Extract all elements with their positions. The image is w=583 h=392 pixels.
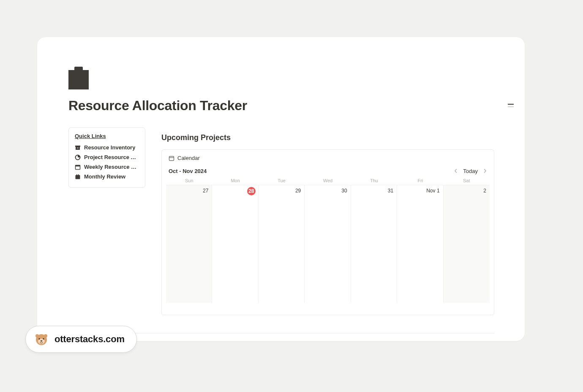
calendar-day-cell[interactable]: 30 — [305, 185, 351, 303]
quick-links-panel: Quick Links Resource Inventory Project R… — [68, 127, 145, 188]
calendar-day-cell[interactable]: 28 — [212, 185, 258, 303]
weekday-label: Fri — [397, 178, 443, 185]
quick-links-heading: Quick Links — [75, 133, 139, 139]
day-number: 27 — [203, 188, 208, 194]
brand-text: otterstacks.com — [54, 334, 125, 345]
app-card: Resource Allocation Tracker Quick Links … — [37, 37, 525, 341]
calendar-tab-label: Calendar — [177, 155, 200, 161]
weekday-label: Mon — [212, 178, 258, 185]
header-area: Resource Allocation Tracker — [68, 67, 247, 114]
weekday-label: Thu — [351, 178, 397, 185]
calendar-today-button[interactable]: Today — [463, 168, 478, 174]
calendar-clip-icon — [75, 174, 81, 180]
quick-link-weekly-resource-planning[interactable]: Weekly Resource Plan... — [75, 162, 139, 172]
weekday-label: Sat — [444, 178, 490, 185]
svg-point-17 — [41, 340, 43, 341]
calendar-prev-button[interactable] — [452, 167, 460, 175]
svg-point-15 — [38, 338, 40, 339]
weekday-label: Sun — [166, 178, 212, 185]
quick-link-label: Weekly Resource Plan... — [84, 164, 139, 170]
quick-link-label: Monthly Review — [84, 173, 125, 180]
calendar-icon — [75, 164, 81, 170]
quick-link-project-resource-allocation[interactable]: Project Resource Alloc... — [75, 152, 139, 162]
clipboard-icon — [68, 67, 89, 89]
upcoming-projects-heading: Upcoming Projects — [161, 133, 231, 142]
svg-rect-2 — [77, 148, 79, 148]
calendar-day-cell[interactable]: Nov 1 — [397, 185, 443, 303]
calendar-tab[interactable]: Calendar — [162, 150, 494, 165]
page-title: Resource Allocation Tracker — [68, 98, 247, 114]
calendar-day-cell[interactable]: 2 — [444, 185, 490, 303]
calendar-nav: Today — [452, 167, 489, 175]
svg-rect-1 — [76, 147, 80, 150]
svg-rect-0 — [75, 146, 80, 147]
menu-button[interactable] — [508, 101, 516, 110]
calendar-day-grid: 27 28 29 30 31 Nov 1 2 — [162, 185, 494, 307]
svg-rect-9 — [169, 156, 174, 160]
svg-rect-6 — [76, 175, 80, 179]
quick-link-label: Project Resource Alloc... — [84, 154, 139, 160]
quick-link-resource-inventory[interactable]: Resource Inventory — [75, 143, 139, 152]
weekday-label: Wed — [305, 178, 351, 185]
calendar-range-label: Oct - Nov 2024 — [169, 168, 207, 174]
calendar-weekday-row: Sun Mon Tue Wed Thu Fri Sat — [162, 178, 494, 185]
calendar-icon — [169, 155, 174, 161]
day-number: Nov 1 — [426, 188, 439, 194]
svg-point-12 — [35, 334, 39, 338]
svg-point-16 — [43, 338, 44, 339]
quick-link-monthly-review[interactable]: Monthly Review — [75, 172, 139, 181]
calendar-day-cell[interactable]: 31 — [351, 185, 397, 303]
day-number: 30 — [341, 188, 347, 194]
day-number: 2 — [483, 188, 486, 194]
day-number: 29 — [295, 188, 301, 194]
day-number-today: 28 — [247, 187, 256, 195]
day-number: 31 — [388, 188, 393, 194]
svg-point-13 — [44, 334, 47, 338]
pie-chart-icon — [75, 154, 81, 160]
svg-rect-7 — [76, 174, 77, 176]
calendar-panel: Calendar Oct - Nov 2024 Today Sun Mon Tu… — [161, 149, 494, 315]
otter-icon — [34, 332, 49, 346]
archive-box-icon — [75, 145, 81, 151]
quick-link-label: Resource Inventory — [84, 144, 135, 151]
weekday-label: Tue — [259, 178, 305, 185]
brand-link[interactable]: otterstacks.com — [25, 326, 137, 353]
calendar-next-button[interactable] — [481, 167, 489, 175]
svg-rect-8 — [78, 174, 79, 176]
calendar-day-cell[interactable]: 29 — [259, 185, 305, 303]
svg-rect-5 — [76, 165, 80, 166]
calendar-day-cell[interactable]: 27 — [166, 185, 212, 303]
calendar-header: Oct - Nov 2024 Today — [162, 165, 494, 178]
